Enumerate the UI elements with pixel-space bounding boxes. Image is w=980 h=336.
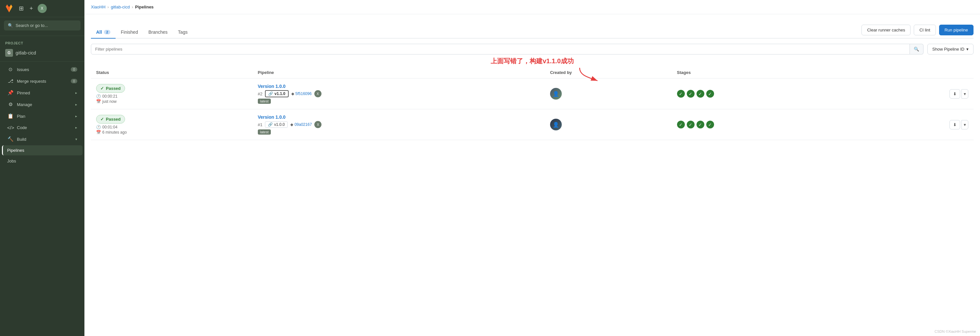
table-row: ✓ Passed 🕐 00:01:04 📅 6 minutes ago <box>91 109 974 140</box>
issues-badge: 0 <box>71 67 77 72</box>
duration-1: 🕐 00:00:21 <box>96 94 247 98</box>
pipeline-cell-1: Version 1.0.0 #2 🔗 v1.1.0 ◆ 5f516096 <box>253 78 545 109</box>
pipeline-name-link-2[interactable]: Version 1.0.0 <box>258 114 286 120</box>
download-button-2[interactable]: ⬇ <box>950 120 960 129</box>
passed-label-2: Passed <box>106 117 121 122</box>
sidebar-item-build[interactable]: 🔨 Build ▾ <box>2 134 83 145</box>
stage-icon-1-1[interactable]: ✓ <box>677 90 685 98</box>
tab-branches[interactable]: Branches <box>143 26 173 39</box>
stage-icon-1-2[interactable]: ✓ <box>687 90 695 98</box>
run-pipeline-button[interactable]: Run pipeline <box>939 25 974 35</box>
actions-cell-1: ⬇ ▾ <box>859 78 974 109</box>
sidebar: ⊞ + X 🔍 Search or go to... Project G git… <box>0 0 84 336</box>
show-pipeline-id-button[interactable]: Show Pipeline ID ▾ <box>928 44 974 54</box>
sidebar-item-manage[interactable]: ⚙ Manage ▸ <box>2 99 83 110</box>
sidebar-project-link[interactable]: G gitlab-cicd <box>0 46 84 59</box>
sidebar-item-pipelines[interactable]: Pipelines <box>2 145 83 155</box>
stage-icon-2-2[interactable]: ✓ <box>687 120 695 128</box>
search-icon: 🔍 <box>8 23 13 28</box>
passed-label-1: Passed <box>106 86 121 91</box>
tab-tags-label: Tags <box>178 30 188 35</box>
sidebar-item-jobs[interactable]: Jobs <box>2 156 83 166</box>
download-button-1[interactable]: ⬇ <box>950 89 960 98</box>
row-actions-2: ⬇ ▾ <box>864 120 968 129</box>
sidebar-divider-top <box>0 36 84 36</box>
manage-chevron: ▸ <box>75 103 77 107</box>
date-1: 📅 just now <box>96 99 247 104</box>
stage-icon-2-3[interactable]: ✓ <box>697 120 704 128</box>
stages-cell-2: ✓ ✓ ✓ ✓ <box>672 109 859 140</box>
merge-requests-badge: 0 <box>71 79 77 83</box>
stage-icon-1-4[interactable]: ✓ <box>706 90 714 98</box>
breadcrumb: XiaoHH › gitlab-cicd › Pipelines <box>84 0 980 14</box>
content-area: All 2 Finished Branches Tags Clear runne… <box>84 14 980 336</box>
issues-icon: ⊙ <box>7 67 14 72</box>
commit-hash-link-1[interactable]: 5f516096 <box>296 92 312 96</box>
pipeline-id-2: #1 <box>258 122 262 127</box>
sidebar-divider-project <box>0 61 84 62</box>
show-pipeline-id-label: Show Pipeline ID <box>932 47 964 52</box>
clear-runner-caches-button[interactable]: Clear runner caches <box>861 25 910 35</box>
tab-branches-label: Branches <box>148 30 167 35</box>
pipeline-user-avatar-1: X <box>314 90 321 97</box>
tab-all-label: All <box>96 30 102 35</box>
download-split-button-2[interactable]: ▾ <box>961 120 968 129</box>
code-icon: </> <box>7 125 14 130</box>
tab-all-badge: 2 <box>104 30 110 34</box>
sidebar-item-pinned[interactable]: 📌 Pinned ▸ <box>2 87 83 98</box>
filter-pipelines-input[interactable] <box>91 44 910 54</box>
creator-avatar-1: 👤 <box>550 88 562 100</box>
clock-icon-2: 🕐 <box>96 125 101 129</box>
sidebar-item-code[interactable]: </> Code ▸ <box>2 122 83 133</box>
header-actions: Clear runner caches CI lint Run pipeline <box>861 19 974 38</box>
stage-icon-1-3[interactable]: ✓ <box>697 90 704 98</box>
plan-chevron: ▸ <box>75 114 77 118</box>
commit-hash-link-2[interactable]: 09a02167 <box>294 122 312 127</box>
annotation-text: 上面写错了，构建v1.1.0成功 <box>91 57 974 65</box>
clock-icon-1: 🕐 <box>96 94 101 98</box>
merge-requests-icon: ⎇ <box>7 78 14 84</box>
manage-label: Manage <box>17 102 72 107</box>
breadcrumb-gitlab-cicd[interactable]: gitlab-cicd <box>111 5 130 10</box>
manage-icon: ⚙ <box>7 101 14 107</box>
merge-requests-label: Merge requests <box>17 79 68 84</box>
tab-tags[interactable]: Tags <box>173 26 193 39</box>
ci-lint-button[interactable]: CI lint <box>914 25 935 35</box>
tag-link-icon-1: 🔗 <box>268 92 273 96</box>
stage-icon-2-1[interactable]: ✓ <box>677 120 685 128</box>
passed-icon-2: ✓ <box>100 117 104 122</box>
pipeline-commit-1: ◆ 5f516096 <box>291 92 312 96</box>
breadcrumb-pipelines: Pipelines <box>135 5 154 10</box>
download-split-button-1[interactable]: ▾ <box>961 89 968 98</box>
pipeline-tag-1: 🔗 v1.1.0 <box>265 90 288 97</box>
sidebar-item-plan[interactable]: 📋 Plan ▸ <box>2 111 83 122</box>
tab-all[interactable]: All 2 <box>91 26 116 39</box>
sidebar-item-issues[interactable]: ⊙ Issues 0 <box>2 64 83 75</box>
jobs-label: Jobs <box>7 158 77 163</box>
tabs-container: All 2 Finished Branches Tags <box>91 26 193 38</box>
annotation-container: 上面写错了，构建v1.1.0成功 <box>91 57 974 73</box>
stage-icon-2-4[interactable]: ✓ <box>706 120 714 128</box>
filter-input-group: 🔍 <box>91 44 923 54</box>
tab-finished[interactable]: Finished <box>116 26 143 39</box>
pinned-icon: 📌 <box>7 90 14 96</box>
global-search[interactable]: 🔍 Search or go to... <box>4 21 81 30</box>
status-badge-2: ✓ Passed <box>96 115 125 124</box>
code-chevron: ▸ <box>75 125 77 130</box>
date-2: 📅 6 minutes ago <box>96 130 247 135</box>
pipeline-tag-2: 🔗 v1.0.0 <box>265 121 288 128</box>
pipeline-meta-2: #1 🔗 v1.0.0 ◆ 09a02167 X <box>258 121 540 128</box>
actions-cell-2: ⬇ ▾ <box>859 109 974 140</box>
toggle-sidebar-button[interactable]: ⊞ <box>18 3 25 13</box>
table-row: ✓ Passed 🕐 00:00:21 📅 just now <box>91 78 974 109</box>
filter-search-button[interactable]: 🔍 <box>910 44 923 54</box>
creator-icon-2: 👤 <box>553 122 559 128</box>
pipeline-name-link-1[interactable]: Version 1.0.0 <box>258 84 286 89</box>
user-avatar[interactable]: X <box>38 4 47 13</box>
pipeline-commit-2: ◆ 09a02167 <box>290 122 312 127</box>
sidebar-item-merge-requests[interactable]: ⎇ Merge requests 0 <box>2 76 83 87</box>
stages-cell-1: ✓ ✓ ✓ ✓ <box>672 78 859 109</box>
pipeline-cell-2: Version 1.0.0 #1 🔗 v1.0.0 ◆ 09a02167 <box>253 109 545 140</box>
new-item-button[interactable]: + <box>28 4 34 13</box>
breadcrumb-xiaohh[interactable]: XiaoHH <box>91 5 105 10</box>
